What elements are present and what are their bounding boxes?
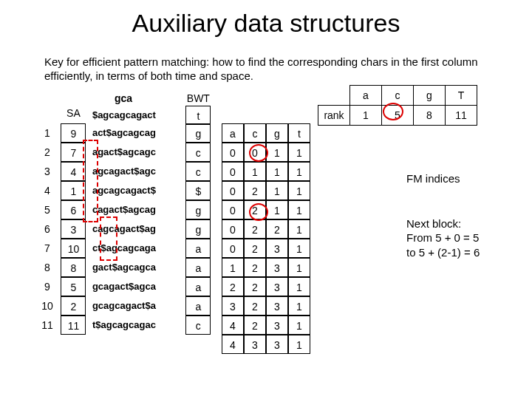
fm-cell: 1 (288, 162, 310, 181)
rotation-string: cagact$agcag (89, 200, 183, 219)
bwt-cell: g (185, 200, 211, 219)
rank-hdr: c (382, 85, 414, 105)
fm-cell: 1 (288, 296, 310, 316)
fm-cell: 1 (288, 143, 310, 162)
rotation-string: gact$agcagca (89, 258, 183, 277)
sa-cell: 7 (61, 143, 86, 162)
fm-cell: 0 (222, 143, 244, 162)
bwt-cell: g (185, 123, 211, 143)
row-index: 9 (37, 277, 58, 296)
fm-cell: 2 (244, 296, 266, 316)
fm-header: g (266, 123, 288, 143)
rotation-string: gcagact$agca (89, 277, 183, 296)
fm-cell: 3 (266, 239, 288, 258)
rank-block: a c g T rank 1 5 8 11 (318, 85, 477, 126)
sa-cell: 5 (61, 277, 86, 296)
fm-cell: 1 (266, 200, 288, 219)
bwt-cell: a (185, 258, 211, 277)
rotation-string: agact$agcagc (89, 143, 183, 162)
page-title: Auxiliary data structures (0, 9, 532, 38)
fm-cell: 1 (222, 258, 244, 277)
fm-cell: 3 (266, 335, 288, 354)
subtitle-text: Key for efficient pattern matching: how … (44, 55, 488, 83)
bwt-cell: c (185, 143, 211, 162)
bwt-cell: g (185, 219, 211, 239)
row-index: 11 (37, 316, 58, 335)
fm-cell: 1 (288, 277, 310, 296)
row-index: 5 (37, 200, 58, 219)
fm-cell: 3 (266, 258, 288, 277)
fm-cell: 1 (288, 258, 310, 277)
fm-cell: 3 (266, 296, 288, 316)
fm-cell: 2 (244, 200, 266, 219)
row-index: 6 (37, 219, 58, 239)
bwt-cell: t (185, 106, 211, 125)
fm-header: c (244, 123, 266, 143)
rank-val: 1 (350, 105, 382, 125)
fm-cell: 1 (266, 162, 288, 181)
fm-cell: 1 (266, 181, 288, 200)
fm-cell: 1 (288, 200, 310, 219)
row-index: 7 (37, 239, 58, 258)
fm-cell: 1 (288, 316, 310, 335)
fm-cell: 3 (266, 316, 288, 335)
sa-header: SA (61, 91, 86, 123)
fm-cell: 0 (222, 219, 244, 239)
fm-cell: 2 (244, 239, 266, 258)
fm-cell: 3 (222, 296, 244, 316)
row-index: 1 (37, 123, 58, 143)
fm-cell: 2 (222, 277, 244, 296)
fm-cell: 3 (244, 335, 266, 354)
sa-cell: 10 (61, 239, 86, 258)
bwt-cell: a (185, 296, 211, 316)
sa-cell: 6 (61, 200, 86, 219)
rank-val: 8 (414, 105, 446, 125)
fm-cell: 1 (288, 239, 310, 258)
fm-header: a (222, 123, 244, 143)
bwt-cell: $ (185, 181, 211, 200)
fm-cell: 2 (244, 219, 266, 239)
fm-cell: 1 (288, 181, 310, 200)
rotation-string: gcagcagact$a (89, 296, 183, 316)
fm-cell: 2 (244, 258, 266, 277)
fm-cell: 0 (222, 200, 244, 219)
row-index: 2 (37, 143, 58, 162)
fm-cell: 1 (244, 162, 266, 181)
gca-header: gca (89, 91, 183, 106)
bwt-cell: a (185, 277, 211, 296)
dollar-string: $agcagcagact (89, 106, 183, 123)
fm-cell: 1 (288, 335, 310, 354)
rank-hdr: a (350, 85, 382, 105)
row-index: 3 (37, 162, 58, 181)
fm-cell: 4 (222, 335, 244, 354)
row-index: 8 (37, 258, 58, 277)
rotation-string: act$agcagcag (89, 123, 183, 143)
sa-cell: 11 (61, 316, 86, 335)
fm-index-block: a00000012344c01222222223g11112333333t111… (222, 123, 310, 354)
rank-val: 5 (382, 105, 414, 125)
next-block-label: Next block: From 5 + 0 = 5 to 5 + (2-1) … (406, 216, 480, 260)
fm-cell: 2 (266, 219, 288, 239)
sa-cell: 2 (61, 296, 86, 316)
fm-cell: 2 (244, 316, 266, 335)
sa-bwt-block: 1234567891011 SA 9741631085211 gca $agca… (37, 91, 211, 335)
row-index: 4 (37, 181, 58, 200)
sa-cell: 9 (61, 123, 86, 143)
row-index: 10 (37, 296, 58, 316)
fm-indices-label: FM indices (406, 172, 460, 185)
fm-cell: 0 (222, 181, 244, 200)
bwt-cell: a (185, 239, 211, 258)
bwt-cell: c (185, 162, 211, 181)
rank-val: 11 (446, 105, 477, 125)
fm-cell: 0 (222, 162, 244, 181)
bwt-cell: c (185, 316, 211, 335)
rank-hdr: g (414, 85, 446, 105)
fm-cell: 2 (244, 181, 266, 200)
fm-cell: 2 (244, 277, 266, 296)
fm-cell: 1 (288, 219, 310, 239)
rotation-string: agcagact$agc (89, 162, 183, 181)
rank-hdr: T (446, 85, 477, 105)
sa-cell: 4 (61, 162, 86, 181)
rotation-string: t$agcagcagac (89, 316, 183, 335)
rotation-string: agcagcagact$ (89, 181, 183, 200)
